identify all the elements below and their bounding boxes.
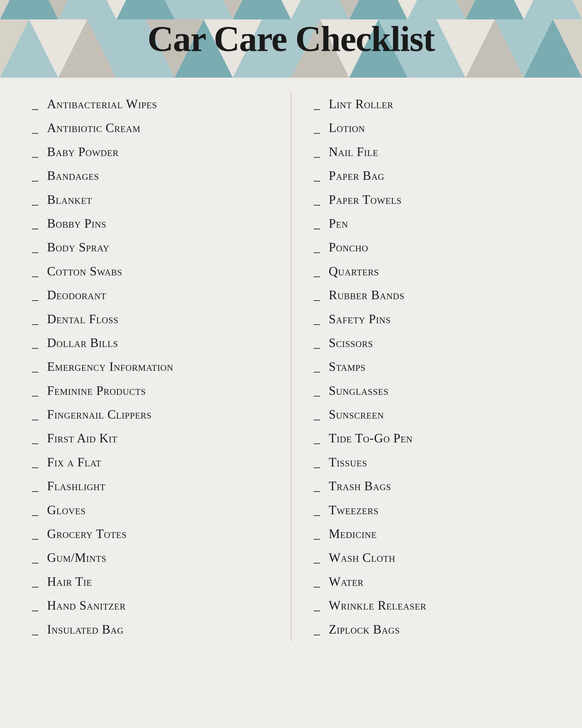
- item-label: Water: [329, 574, 364, 589]
- list-item[interactable]: _ Wash Cloth: [311, 546, 553, 570]
- list-item[interactable]: _ Poncho: [311, 235, 553, 259]
- list-item[interactable]: _ Water: [311, 570, 553, 594]
- list-item[interactable]: _ Deodorant: [29, 283, 271, 307]
- check-mark: _: [29, 527, 41, 540]
- list-item[interactable]: _ Scissors: [311, 331, 553, 355]
- list-item[interactable]: _ Paper Towels: [311, 188, 553, 212]
- item-label: First Aid Kit: [47, 431, 117, 446]
- list-item[interactable]: _ Paper Bag: [311, 164, 553, 188]
- list-item[interactable]: _ Feminine Products: [29, 379, 271, 402]
- checklist-content: _ Antibacterial Wipes _ Antibiotic Cream…: [0, 78, 582, 656]
- list-item[interactable]: _ Wrinkle Releaser: [311, 594, 553, 617]
- item-label: Sunglasses: [329, 383, 389, 398]
- check-mark: _: [29, 551, 41, 564]
- check-mark: _: [29, 480, 41, 492]
- list-item[interactable]: _ Bobby Pins: [29, 212, 271, 235]
- list-item[interactable]: _ Blanket: [29, 188, 271, 212]
- list-item[interactable]: _ Emergency Information: [29, 355, 271, 379]
- check-mark: _: [311, 241, 323, 254]
- list-item[interactable]: _ Trash Bags: [311, 474, 553, 498]
- item-label: Scissors: [329, 335, 373, 350]
- item-label: Trash Bags: [329, 478, 391, 494]
- item-label: Lotion: [329, 120, 365, 135]
- svg-marker-24: [291, 0, 349, 19]
- list-item[interactable]: _ Ziplock Bags: [311, 618, 553, 641]
- check-mark: _: [311, 432, 323, 445]
- list-item[interactable]: _ Tissues: [311, 450, 553, 474]
- check-mark: _: [311, 170, 323, 182]
- check-mark: _: [311, 575, 323, 588]
- list-item[interactable]: _ Lint Roller: [311, 92, 553, 116]
- item-label: Quarters: [329, 264, 379, 279]
- list-item[interactable]: _ Grocery Totes: [29, 522, 271, 546]
- item-label: Hand Sanitzer: [47, 598, 126, 613]
- check-mark: _: [311, 456, 323, 469]
- check-mark: _: [311, 551, 323, 564]
- check-mark: _: [311, 265, 323, 278]
- list-item[interactable]: _ Safety Pins: [311, 307, 553, 331]
- check-mark: _: [29, 384, 41, 397]
- list-item[interactable]: _ First Aid Kit: [29, 426, 271, 450]
- list-item[interactable]: _ Medicine: [311, 522, 553, 546]
- list-item[interactable]: _ Hand Sanitzer: [29, 594, 271, 617]
- item-label: Blanket: [47, 192, 92, 207]
- check-mark: _: [311, 504, 323, 516]
- list-item[interactable]: _ Baby Powder: [29, 140, 271, 164]
- svg-marker-19: [0, 0, 58, 19]
- list-item[interactable]: _ Tweezers: [311, 498, 553, 522]
- list-item[interactable]: _ Tide To-Go Pen: [311, 426, 553, 450]
- list-item[interactable]: _ Flashlight: [29, 474, 271, 498]
- svg-marker-27: [466, 0, 524, 19]
- item-label: Grocery Totes: [47, 526, 127, 541]
- list-item[interactable]: _ Stamps: [311, 355, 553, 379]
- item-label: Nail File: [329, 145, 378, 159]
- list-item[interactable]: _ Gloves: [29, 498, 271, 522]
- item-label: Dollar Bills: [47, 335, 118, 350]
- check-mark: _: [311, 384, 323, 397]
- list-item[interactable]: _ Gum/Mints: [29, 546, 271, 570]
- check-mark: _: [311, 193, 323, 206]
- item-label: Pen: [329, 216, 348, 231]
- svg-marker-20: [58, 0, 116, 19]
- item-label: Flashlight: [47, 478, 106, 494]
- list-item[interactable]: _ Fingernail Clippers: [29, 402, 271, 426]
- item-label: Safety Pins: [329, 312, 391, 327]
- item-label: Tweezers: [329, 502, 379, 518]
- list-item[interactable]: _ Rubber Bands: [311, 283, 553, 307]
- list-item[interactable]: _ Antibacterial Wipes: [29, 92, 271, 116]
- list-item[interactable]: _ Sunglasses: [311, 379, 553, 402]
- page-title: Car Care Checklist: [147, 18, 434, 59]
- item-label: Gum/Mints: [47, 550, 107, 565]
- item-label: Insulated Bag: [47, 622, 124, 637]
- list-item[interactable]: _ Nail File: [311, 140, 553, 164]
- check-mark: _: [29, 623, 41, 636]
- item-label: Ziplock Bags: [329, 622, 400, 637]
- list-item[interactable]: _ Lotion: [311, 116, 553, 140]
- item-label: Hair Tie: [47, 574, 92, 589]
- list-item[interactable]: _ Dollar Bills: [29, 331, 271, 355]
- check-mark: _: [29, 170, 41, 182]
- check-mark: _: [29, 241, 41, 254]
- list-item[interactable]: _ Sunscreen: [311, 402, 553, 426]
- list-item[interactable]: _ Cotton Swabs: [29, 259, 271, 283]
- check-mark: _: [311, 313, 323, 326]
- list-item[interactable]: _ Insulated Bag: [29, 618, 271, 641]
- list-item[interactable]: _ Antibiotic Cream: [29, 116, 271, 140]
- check-mark: _: [29, 360, 41, 373]
- item-label: Baby Powder: [47, 145, 119, 159]
- item-label: Cotton Swabs: [47, 264, 122, 279]
- item-label: Bobby Pins: [47, 216, 107, 231]
- list-item[interactable]: _ Dental Floss: [29, 307, 271, 331]
- check-mark: _: [311, 98, 323, 110]
- list-item[interactable]: _ Bandages: [29, 164, 271, 188]
- check-mark: _: [29, 504, 41, 516]
- check-mark: _: [29, 575, 41, 588]
- list-item[interactable]: _ Body Spray: [29, 235, 271, 259]
- check-mark: _: [311, 217, 323, 230]
- check-mark: _: [311, 527, 323, 540]
- list-item[interactable]: _ Quarters: [311, 259, 553, 283]
- list-item[interactable]: _ Hair Tie: [29, 570, 271, 594]
- item-label: Sunscreen: [329, 407, 384, 422]
- list-item[interactable]: _ Pen: [311, 212, 553, 235]
- list-item[interactable]: _ Fix a Flat: [29, 450, 271, 474]
